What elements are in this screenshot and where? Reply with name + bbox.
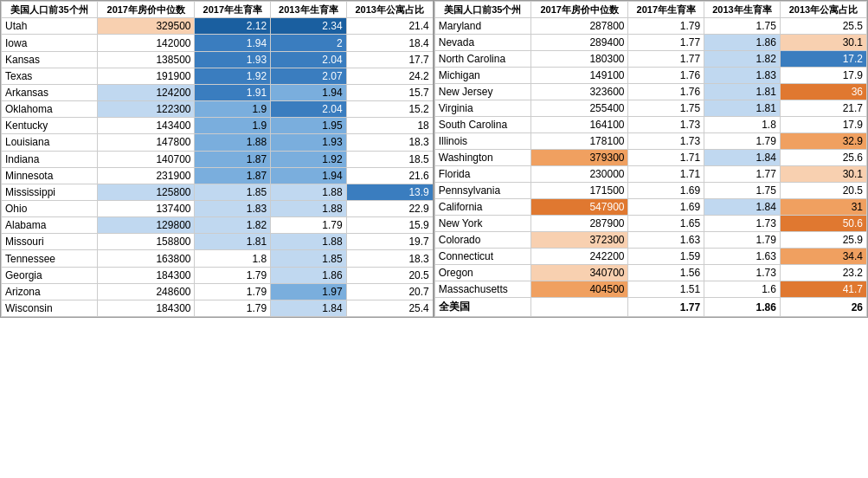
birth2013-cell: 1.88 [271, 201, 347, 217]
state-cell: California [434, 199, 530, 216]
state-cell: Maryland [434, 18, 530, 35]
state-cell: Iowa [2, 35, 98, 51]
birth2017-cell: 1.75 [628, 100, 704, 117]
table-row: Arizona2486001.791.9720.7 [2, 283, 434, 300]
table-row: Arkansas1242001.911.9415.7 [2, 84, 434, 100]
state-cell: Kansas [2, 51, 98, 68]
table-row: California5479001.691.8431 [434, 199, 866, 216]
state-cell: 全美国 [434, 298, 530, 317]
table-row: Connecticut2422001.591.6334.4 [434, 249, 866, 265]
birth2013-cell: 1.79 [704, 133, 781, 150]
apt-cell: 31 [780, 199, 866, 216]
apt-cell: 18.5 [346, 151, 434, 167]
price-cell: 138500 [98, 51, 195, 68]
apt-cell: 15.2 [346, 101, 434, 118]
birth2017-cell: 1.79 [195, 283, 271, 300]
table-row: Michigan1491001.761.8317.9 [434, 68, 866, 84]
state-cell: Oregon [434, 265, 530, 281]
state-cell: Connecticut [434, 249, 530, 265]
birth2013-cell: 1.94 [271, 167, 347, 184]
birth2017-cell: 1.79 [195, 267, 271, 283]
apt-cell: 17.9 [780, 68, 866, 84]
state-cell: New York [434, 216, 530, 232]
table-row: Nevada2894001.771.8630.1 [434, 35, 866, 51]
birth2013-cell: 1.88 [271, 234, 347, 250]
birth2013-cell: 1.84 [704, 199, 781, 216]
price-cell: 147800 [98, 134, 195, 151]
left-header-birth2013: 2013年生育率 [271, 2, 347, 18]
birth2013-cell: 1.97 [271, 283, 347, 300]
price-cell: 231900 [98, 167, 195, 184]
birth2013-cell: 1.73 [704, 216, 781, 232]
state-cell: South Carolina [434, 117, 530, 133]
birth2013-cell: 1.81 [704, 100, 781, 117]
price-cell: 129800 [98, 217, 195, 234]
price-cell: 287900 [530, 216, 628, 232]
left-header-price: 2017年房价中位数 [98, 2, 195, 18]
table-row: Maryland2878001.791.7525.5 [434, 18, 866, 35]
table-row: Oklahoma1223001.92.0415.2 [2, 101, 434, 118]
state-cell: Missouri [2, 234, 98, 250]
price-cell: 164100 [530, 117, 628, 133]
table-row: Texas1919001.922.0724.2 [2, 68, 434, 84]
table-row: Minnesota2319001.871.9421.6 [2, 167, 434, 184]
table-row: South Carolina1641001.731.817.9 [434, 117, 866, 133]
table-row: Iowa1420001.94218.4 [2, 35, 434, 51]
right-header-birth2013: 2013年生育率 [704, 2, 781, 18]
price-cell: 140700 [98, 151, 195, 167]
birth2017-cell: 1.93 [195, 51, 271, 68]
birth2017-cell: 1.69 [628, 183, 704, 199]
birth2013-cell: 1.79 [704, 232, 781, 249]
left-header-state: 美国人口前35个州 [2, 2, 98, 18]
state-cell: Michigan [434, 68, 530, 84]
table-row: Tennessee1638001.81.8518.3 [2, 250, 434, 267]
state-cell: Indiana [2, 151, 98, 167]
table-row: Louisiana1478001.881.9318.3 [2, 134, 434, 151]
birth2013-cell: 2.04 [271, 51, 347, 68]
birth2017-cell: 1.77 [628, 51, 704, 68]
state-cell: Arkansas [2, 84, 98, 100]
table-row: Pennsylvania1715001.691.7520.5 [434, 183, 866, 199]
apt-cell: 21.6 [346, 167, 434, 184]
price-cell: 323600 [530, 84, 628, 100]
table-row: Kansas1385001.932.0417.7 [2, 51, 434, 68]
left-header-birth2017: 2017年生育率 [195, 2, 271, 18]
price-cell [530, 298, 628, 317]
birth2013-cell: 1.86 [704, 298, 781, 317]
birth2013-cell: 2.04 [271, 101, 347, 118]
birth2013-cell: 1.84 [704, 150, 781, 166]
birth2013-cell: 1.95 [271, 118, 347, 134]
price-cell: 163800 [98, 250, 195, 267]
right-header-birth2017: 2017年生育率 [628, 2, 704, 18]
apt-cell: 26 [780, 298, 866, 317]
price-cell: 158800 [98, 234, 195, 250]
price-cell: 329500 [98, 18, 195, 35]
state-cell: Nevada [434, 35, 530, 51]
table-row: New Jersey3236001.761.8136 [434, 84, 866, 100]
apt-cell: 17.2 [780, 51, 866, 68]
price-cell: 242200 [530, 249, 628, 265]
apt-cell: 24.2 [346, 68, 434, 84]
birth2013-cell: 1.8 [704, 117, 781, 133]
apt-cell: 15.9 [346, 217, 434, 234]
birth2013-cell: 1.75 [704, 183, 781, 199]
price-cell: 122300 [98, 101, 195, 118]
birth2017-cell: 1.88 [195, 134, 271, 151]
state-cell: North Carolina [434, 51, 530, 68]
price-cell: 379300 [530, 150, 628, 166]
table-row: New York2879001.651.7350.6 [434, 216, 866, 232]
price-cell: 142000 [98, 35, 195, 51]
table-row: Washington3793001.711.8425.6 [434, 150, 866, 166]
birth2017-cell: 1.87 [195, 151, 271, 167]
table-row: Mississippi1258001.851.8813.9 [2, 184, 434, 200]
birth2013-cell: 1.81 [704, 84, 781, 100]
state-cell: Illinois [434, 133, 530, 150]
birth2017-cell: 1.76 [628, 84, 704, 100]
price-cell: 180300 [530, 51, 628, 68]
apt-cell: 23.2 [780, 265, 866, 281]
apt-cell: 25.9 [780, 232, 866, 249]
birth2017-cell: 1.56 [628, 265, 704, 281]
price-cell: 137400 [98, 201, 195, 217]
right-table: 美国人口前35个州 2017年房价中位数 2017年生育率 2013年生育率 2… [434, 1, 867, 317]
price-cell: 178100 [530, 133, 628, 150]
